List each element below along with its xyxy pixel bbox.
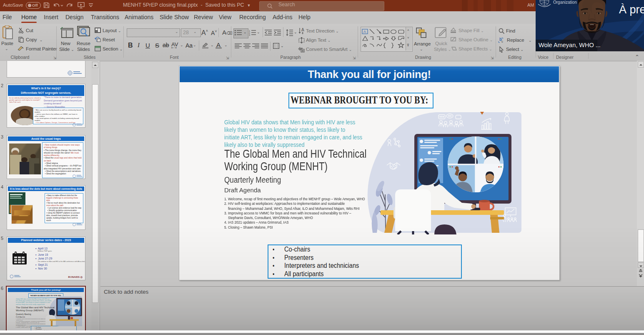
svg-text:c: c: [501, 40, 503, 43]
svg-text:Organization: Organization: [553, 0, 577, 5]
svg-text:Wole Ameyan, WHO ...: Wole Ameyan, WHO ...: [539, 42, 601, 48]
svg-text:3: 3: [249, 34, 250, 36]
svg-text:A: A: [363, 30, 366, 34]
svg-text:A: A: [301, 28, 304, 32]
svg-text:À pre: À pre: [619, 3, 644, 16]
